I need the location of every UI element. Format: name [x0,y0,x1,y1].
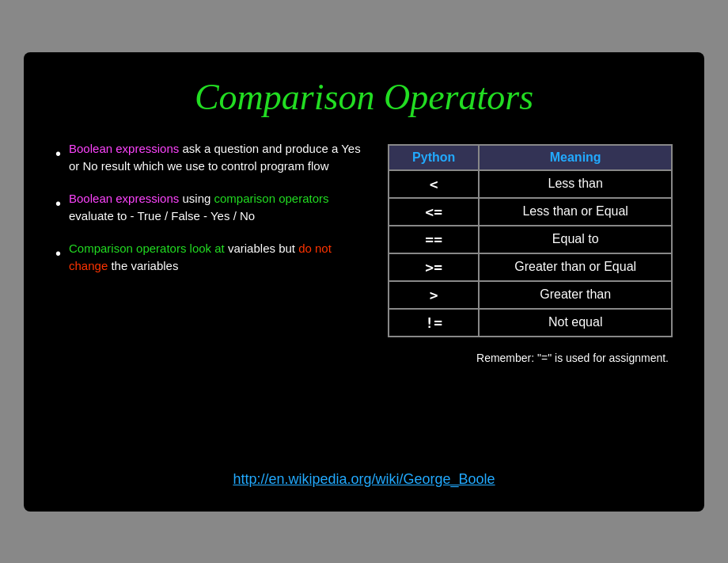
operator-cell: <= [389,198,479,226]
slide: Comparison Operators • Boolean expressio… [24,52,704,512]
boolean-expr-1: Boolean expressions [69,142,179,155]
bullet-text-3: Comparison operators look at variables b… [69,240,364,276]
operator-cell: > [389,281,479,309]
comparison-table: Python Meaning <Less than<=Less than or … [388,144,673,337]
table-row: <Less than [389,170,672,198]
operator-cell: != [389,309,479,337]
bullet-text-3-mid: variables but [228,242,298,255]
meaning-cell: Less than [479,170,672,198]
bullet-text-1: Boolean expressions ask a question and p… [69,140,364,176]
right-column: Python Meaning <Less than<=Less than or … [388,140,673,458]
comparison-operators-look: Comparison operators look at [69,242,225,255]
bullet-item-2: • Boolean expressions using comparison o… [55,190,364,226]
remember-text: Remember: "=" is used for assignment. [476,352,673,364]
table-row: <=Less than or Equal [389,198,672,226]
meaning-cell: Not equal [479,309,672,337]
bullet-dot-3: • [55,242,61,265]
footer-link[interactable]: http://en.wikipedia.org/wiki/George_Bool… [55,471,673,488]
content-area: • Boolean expressions ask a question and… [55,140,673,458]
bullet-text-2-using: using [182,192,214,205]
meaning-cell: Less than or Equal [479,198,672,226]
meaning-cell: Greater than or Equal [479,253,672,281]
table-row: >Greater than [389,281,672,309]
table-row: ==Equal to [389,226,672,253]
bullet-dot-1: • [55,142,61,165]
table-row: >=Greater than or Equal [389,253,672,281]
comparison-operators-label: comparison operators [214,192,328,205]
bullet-text-2-rest: evaluate to - True / False - Yes / No [69,209,255,223]
slide-title: Comparison Operators [55,76,673,118]
left-column: • Boolean expressions ask a question and… [55,140,364,458]
table-row: !=Not equal [389,309,672,337]
operator-cell: >= [389,253,479,281]
operator-cell: < [389,170,479,198]
bullet-dot-2: • [55,192,61,215]
table-header-row: Python Meaning [389,145,672,170]
meaning-cell: Equal to [479,226,672,253]
meaning-cell: Greater than [479,281,672,309]
header-meaning: Meaning [479,145,672,170]
bullet-item-3: • Comparison operators look at variables… [55,240,364,276]
header-python: Python [389,145,479,170]
operator-cell: == [389,226,479,253]
bullet-item-1: • Boolean expressions ask a question and… [55,140,364,176]
boolean-expr-2: Boolean expressions [69,192,179,205]
bullet-text-3-end: the variables [111,259,178,272]
bullet-text-2: Boolean expressions using comparison ope… [69,190,364,226]
